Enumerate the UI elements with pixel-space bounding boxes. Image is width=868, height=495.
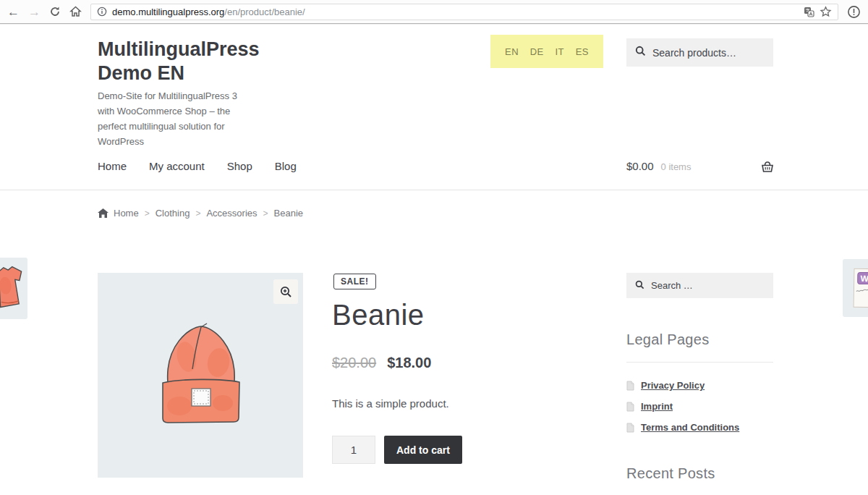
main-nav: Home My account Shop Blog [98, 160, 297, 172]
image-zoom-button[interactable] [273, 279, 298, 304]
legal-link-privacy-policy[interactable]: Privacy Policy [641, 380, 705, 391]
list-item: Imprint [626, 396, 739, 417]
back-icon[interactable]: ← [7, 6, 20, 18]
page: ← → demo.multilingualpress.org/en/produc… [0, 0, 868, 495]
nav-item-shop[interactable]: Shop [227, 160, 252, 172]
recent-posts-title: Recent Posts [626, 465, 715, 482]
sale-badge: SALE! [333, 274, 376, 289]
nav-item-home[interactable]: Home [98, 160, 127, 172]
breadcrumb-clothing[interactable]: Clothing [156, 208, 190, 219]
header-search-input[interactable] [652, 47, 765, 59]
lang-link-en[interactable]: EN [505, 46, 519, 57]
breadcrumb-separator: > [263, 208, 268, 219]
cart-basket-icon[interactable] [761, 161, 774, 176]
lang-link-de[interactable]: DE [530, 46, 544, 57]
list-item: Terms and Conditions [626, 417, 739, 438]
browser-alert-icon[interactable] [847, 5, 861, 19]
legal-link-imprint[interactable]: Imprint [641, 401, 673, 412]
breadcrumb-accessories[interactable]: Accessories [206, 208, 257, 219]
home-icon[interactable] [69, 6, 82, 17]
old-price: $20.00 [332, 355, 376, 371]
breadcrumb-home[interactable]: Home [114, 208, 139, 219]
product-title: Beanie [332, 299, 425, 331]
product-description: This is a simple product. [332, 397, 449, 410]
zoom-in-icon [280, 286, 292, 298]
translate-icon[interactable] [804, 7, 814, 17]
url-path: /en/product/beanie/ [224, 7, 305, 17]
header-divider [0, 190, 868, 190]
language-switcher: EN DE IT ES [490, 35, 603, 68]
nav-item-my-account[interactable]: My account [149, 160, 205, 172]
poster-thumbnail: W [854, 268, 868, 308]
url-text[interactable]: demo.multilingualpress.org/en/product/be… [112, 7, 799, 17]
lang-link-es[interactable]: ES [576, 46, 589, 57]
page-info-icon[interactable] [97, 7, 107, 17]
add-to-cart-button[interactable]: Add to cart [384, 436, 462, 464]
legal-pages-list: Privacy Policy Imprint Terms and Conditi… [626, 375, 739, 438]
url-domain: demo.multilingualpress.org [112, 7, 224, 17]
document-icon [626, 423, 634, 433]
sidebar-search [626, 273, 773, 298]
search-icon [635, 46, 646, 59]
product-image[interactable] [98, 273, 303, 478]
document-icon [626, 381, 634, 391]
nav-item-blog[interactable]: Blog [275, 160, 297, 172]
breadcrumb-home-icon [98, 208, 109, 218]
list-item: Privacy Policy [626, 375, 739, 396]
add-to-cart-form: Add to cart [332, 436, 462, 464]
reload-icon[interactable] [49, 6, 61, 17]
breadcrumb: Home > Clothing > Accessories > Beanie [98, 208, 303, 219]
breadcrumb-separator: > [145, 208, 150, 219]
next-product-peek[interactable]: W [843, 259, 868, 317]
sidebar-search-input[interactable] [651, 280, 765, 291]
prev-product-peek[interactable] [0, 258, 27, 319]
document-icon [626, 402, 634, 412]
quantity-input[interactable] [332, 436, 375, 464]
site-tagline: Demo-Site for MultilingualPress 3 with W… [98, 88, 246, 149]
tshirt-thumbnail [0, 261, 27, 316]
address-bar[interactable]: demo.multilingualpress.org/en/product/be… [90, 4, 838, 20]
lang-link-it[interactable]: IT [555, 46, 564, 57]
breadcrumb-separator: > [195, 208, 200, 219]
sale-price: $18.00 [387, 355, 431, 371]
forward-icon[interactable]: → [28, 6, 41, 18]
breadcrumb-current: Beanie [274, 208, 303, 219]
widget-divider [626, 362, 773, 363]
cart-total: $0.00 [626, 160, 654, 172]
site-title[interactable]: MultilingualPress Demo EN [98, 38, 268, 85]
legal-pages-title: Legal Pages [626, 331, 710, 348]
cart-item-count: 0 items [661, 161, 692, 172]
legal-link-terms[interactable]: Terms and Conditions [641, 422, 739, 433]
price-row: $20.00 $18.00 [332, 355, 431, 371]
header-search [626, 38, 773, 67]
browser-toolbar: ← → demo.multilingualpress.org/en/produc… [0, 0, 868, 24]
cart-summary[interactable]: $0.00 0 items [626, 160, 691, 172]
wordpress-poster-badge: W [857, 272, 868, 284]
bookmark-star-icon[interactable] [820, 6, 832, 18]
search-icon [635, 279, 644, 292]
beanie-illustration [158, 322, 244, 429]
